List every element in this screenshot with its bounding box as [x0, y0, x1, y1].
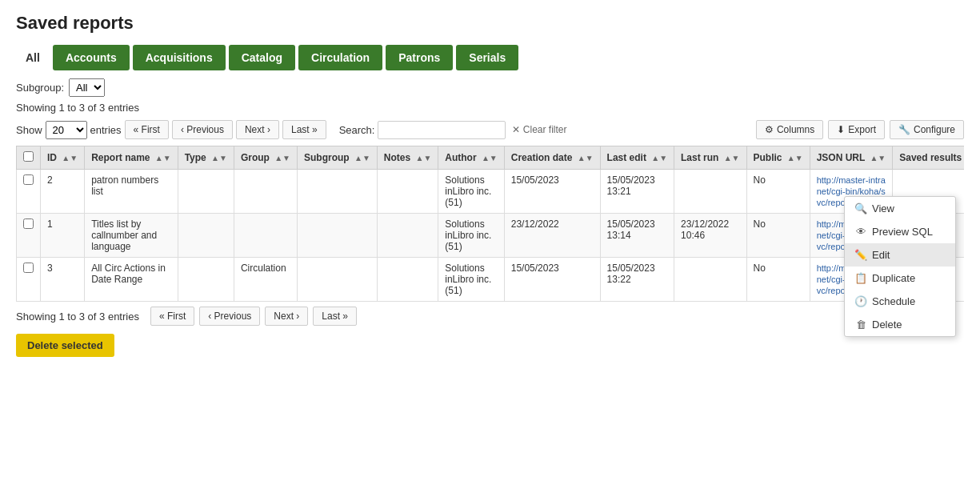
context-menu-item-edit[interactable]: ✏️ Edit	[845, 243, 955, 267]
search-label: Search:	[339, 124, 375, 136]
bottom-next-button[interactable]: Next ›	[265, 307, 308, 326]
row-checkbox-cell	[17, 214, 41, 258]
table-header-row: ID ▲▼ Report name ▲▼ Type ▲▼ Group ▲▼ Su…	[17, 146, 965, 170]
col-header-last-run[interactable]: Last run ▲▼	[674, 146, 746, 170]
row-checkbox[interactable]	[23, 263, 34, 273]
row-last-edit: 15/05/2023 13:22	[600, 258, 674, 302]
tab-patrons[interactable]: Patrons	[386, 45, 453, 70]
tab-serials[interactable]: Serials	[456, 45, 518, 70]
row-subgroup	[298, 258, 378, 302]
row-checkbox[interactable]	[23, 218, 34, 229]
subgroup-row: Subgroup: All	[16, 78, 964, 97]
row-public: No	[746, 170, 810, 214]
table-wrapper: ID ▲▼ Report name ▲▼ Type ▲▼ Group ▲▼ Su…	[16, 146, 964, 302]
row-last-run: 23/12/2022 10:46	[674, 214, 746, 258]
subgroup-label: Subgroup:	[16, 82, 64, 94]
row-creation-date: 23/12/2022	[504, 214, 600, 258]
duplicate-icon: 📋	[854, 272, 867, 284]
col-header-public[interactable]: Public ▲▼	[746, 146, 810, 170]
col-header-creation-date[interactable]: Creation date ▲▼	[504, 146, 600, 170]
row-id: 1	[41, 214, 85, 258]
row-id: 2	[41, 170, 85, 214]
context-menu-label-duplicate: Duplicate	[872, 272, 915, 284]
row-subgroup	[298, 170, 378, 214]
configure-button[interactable]: 🔧 Configure	[890, 120, 964, 139]
row-last-edit: 15/05/2023 13:14	[600, 214, 674, 258]
col-header-saved-results[interactable]: Saved results ▲▼	[893, 146, 964, 170]
subgroup-select[interactable]: All	[69, 78, 105, 97]
toolbar-right: ⚙ Columns ⬇ Export 🔧 Configure	[756, 120, 964, 139]
last-button[interactable]: Last »	[282, 120, 326, 139]
context-menu-label-view: View	[872, 202, 894, 214]
col-header-checkbox[interactable]	[17, 146, 41, 170]
row-id: 3	[41, 258, 85, 302]
toolbar: Show 20 50 100 entries « First ‹ Previou…	[16, 120, 964, 139]
row-last-run	[674, 170, 746, 214]
table-row: 2 patron numbers list Solutions inLibro …	[17, 170, 965, 214]
row-notes	[377, 258, 438, 302]
row-public: No	[746, 214, 810, 258]
table-body: 2 patron numbers list Solutions inLibro …	[17, 170, 965, 302]
col-header-author[interactable]: Author ▲▼	[438, 146, 504, 170]
col-header-json-url[interactable]: JSON URL ▲▼	[810, 146, 893, 170]
context-menu-item-delete[interactable]: 🗑 Delete	[845, 313, 955, 336]
col-header-report-name[interactable]: Report name ▲▼	[85, 146, 178, 170]
columns-button[interactable]: ⚙ Columns	[756, 120, 823, 139]
page-wrapper: Saved reports All Accounts Acquisitions …	[0, 0, 980, 489]
page-title: Saved reports	[16, 13, 964, 34]
tab-catalog[interactable]: Catalog	[229, 45, 295, 70]
context-menu-label-preview_sql: Preview SQL	[872, 226, 933, 238]
clear-filter-button[interactable]: ✕ Clear filter	[509, 124, 570, 135]
select-all-checkbox[interactable]	[23, 151, 34, 162]
entries-select[interactable]: 20 50 100	[46, 121, 87, 139]
context-menu-item-duplicate[interactable]: 📋 Duplicate	[845, 267, 955, 290]
table-row: 3 All Circ Actions in Date Range Circula…	[17, 258, 965, 302]
row-report-name: patron numbers list	[85, 170, 178, 214]
tab-circulation[interactable]: Circulation	[298, 45, 382, 70]
edit-icon: ✏️	[854, 249, 867, 261]
tab-accounts[interactable]: Accounts	[53, 45, 130, 70]
row-public: No	[746, 258, 810, 302]
col-header-subgroup[interactable]: Subgroup ▲▼	[298, 146, 378, 170]
row-checkbox-cell	[17, 258, 41, 302]
context-menu-item-view[interactable]: 🔍 View	[845, 197, 955, 220]
col-header-id[interactable]: ID ▲▼	[41, 146, 85, 170]
bottom-first-button[interactable]: « First	[150, 307, 194, 326]
context-menu-item-schedule[interactable]: 🕐 Schedule	[845, 290, 955, 313]
row-report-name: All Circ Actions in Date Range	[85, 258, 178, 302]
tab-acquisitions[interactable]: Acquisitions	[133, 45, 226, 70]
row-type	[178, 170, 234, 214]
bottom-last-button[interactable]: Last »	[313, 307, 357, 326]
tab-bar: All Accounts Acquisitions Catalog Circul…	[16, 45, 964, 70]
row-subgroup	[298, 214, 378, 258]
delete-icon: 🗑	[854, 319, 867, 331]
table-row: 1 Titles list by callnumber and language…	[17, 214, 965, 258]
preview_sql-icon: 👁	[854, 226, 867, 238]
row-author: Solutions inLibro inc. (51)	[438, 170, 504, 214]
tab-all[interactable]: All	[16, 45, 50, 70]
col-header-group[interactable]: Group ▲▼	[234, 146, 297, 170]
context-menu-label-delete: Delete	[872, 319, 902, 331]
col-header-type[interactable]: Type ▲▼	[178, 146, 234, 170]
context-menu-item-preview_sql[interactable]: 👁 Preview SQL	[845, 220, 955, 243]
next-button[interactable]: Next ›	[236, 120, 279, 139]
bottom-previous-button[interactable]: ‹ Previous	[199, 307, 260, 326]
entries-label: entries	[90, 124, 122, 136]
delete-selected-button[interactable]: Delete selected	[16, 334, 114, 357]
export-icon: ⬇	[837, 124, 845, 135]
context-menu-label-edit: Edit	[872, 249, 890, 261]
row-checkbox[interactable]	[23, 174, 34, 185]
col-header-last-edit[interactable]: Last edit ▲▼	[600, 146, 674, 170]
row-group	[234, 170, 297, 214]
show-label: Show	[16, 124, 42, 136]
schedule-icon: 🕐	[854, 295, 867, 307]
showing-bottom: Showing 1 to 3 of 3 entries	[16, 311, 139, 323]
gear-icon: ⚙	[765, 124, 774, 135]
previous-button[interactable]: ‹ Previous	[172, 120, 233, 139]
search-input[interactable]	[378, 121, 506, 139]
first-button[interactable]: « First	[125, 120, 169, 139]
col-header-notes[interactable]: Notes ▲▼	[377, 146, 438, 170]
row-last-edit: 15/05/2023 13:21	[600, 170, 674, 214]
row-type	[178, 214, 234, 258]
export-button[interactable]: ⬇ Export	[828, 120, 885, 139]
